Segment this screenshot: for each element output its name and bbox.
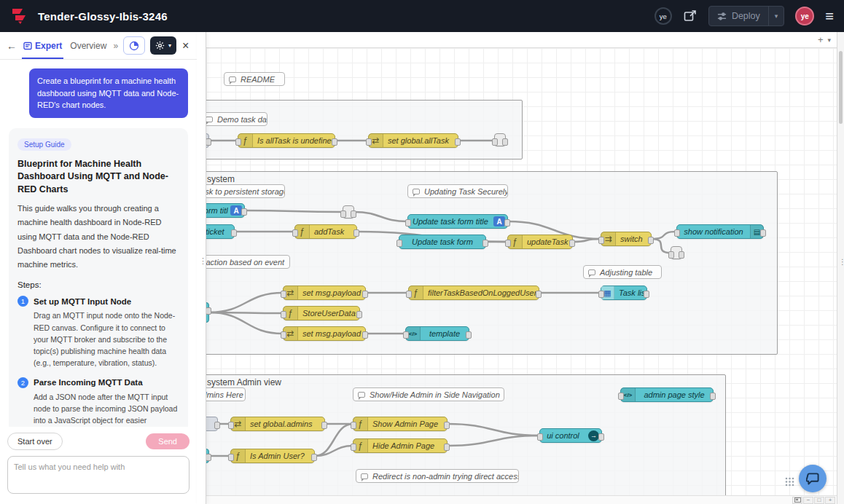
comment-icon [588, 269, 595, 275]
deploy-icon [717, 12, 727, 21]
comment-node[interactable]: Add Admins Here [206, 387, 246, 401]
node-label: Add ticket [206, 227, 234, 236]
node-label: addTask [310, 227, 348, 236]
function-node[interactable]: ƒIs allTask is undefined [238, 133, 335, 148]
more-tabs-icon[interactable]: » [113, 41, 118, 51]
settings-dropdown-button[interactable]: ▾ [150, 36, 176, 55]
ui-node[interactable]: Update task form titleA [407, 214, 508, 229]
function-node[interactable]: ƒupdateTask [507, 235, 573, 249]
stub-gray-node[interactable] [206, 133, 209, 148]
send-button[interactable]: Send [146, 433, 189, 449]
zoom-out-button[interactable]: − [803, 497, 813, 504]
node-label: admin page style [636, 390, 713, 399]
change-node[interactable]: ⇄set msg.payload [283, 286, 366, 300]
change-icon: ⇄ [369, 134, 383, 147]
assistant-footer: Start over Send [0, 427, 197, 504]
right-sidebar-splitter[interactable]: ⋮ [837, 32, 844, 504]
toast-icon: ▤ [750, 225, 763, 238]
table-icon: ▦ [601, 286, 614, 299]
stub-teal-node[interactable] [206, 302, 209, 323]
function-icon: ƒ [284, 307, 298, 320]
node-label: Take action based on event [206, 258, 284, 267]
comment-node[interactable]: Save task to persistent storage [206, 184, 285, 198]
stub-teal-node[interactable] [206, 449, 209, 463]
back-icon[interactable]: ← [7, 40, 17, 52]
code-icon: </> [406, 327, 421, 340]
ui-node[interactable]: show notification▤ [676, 224, 764, 239]
tab-expert[interactable]: Expert [22, 32, 63, 59]
node-label: Demo task data [217, 115, 267, 124]
deploy-label: Deploy [732, 11, 760, 21]
comment-node[interactable]: Updating Task Securely [407, 184, 508, 198]
ui-node[interactable]: Update task form [399, 235, 486, 249]
comment-node[interactable]: Adjusting table [583, 265, 662, 279]
splitter-handle-icon[interactable]: ⋮ [199, 256, 207, 266]
flow-group[interactable] [206, 100, 523, 160]
node-label: Add Admins Here [206, 390, 243, 399]
team-badge[interactable]: ye [655, 7, 672, 25]
guide-card: Setup Guide Blueprint for Machine Health… [9, 128, 188, 428]
function-node[interactable]: ƒHide Admin Page [353, 438, 448, 453]
deploy-button[interactable]: Deploy ▾ [708, 6, 784, 26]
comment-node[interactable]: Take action based on event [206, 255, 290, 269]
assistant-input[interactable] [7, 456, 189, 494]
comment-node[interactable]: README [224, 72, 285, 86]
ui-node[interactable]: </>admin page style [620, 387, 714, 402]
sidebar-handle-icon[interactable]: ⋮ [839, 258, 844, 266]
function-icon: ƒ [409, 286, 423, 299]
function-node[interactable]: ƒIs Admin User? [230, 449, 315, 463]
flow-list-chevron-icon[interactable]: ▾ [827, 36, 831, 44]
change-node[interactable]: ⇄set global.admins [230, 417, 325, 431]
start-over-button[interactable]: Start over [7, 433, 63, 450]
comment-node[interactable]: Redirect is non-admin trying direct acce… [356, 469, 519, 483]
add-flow-button[interactable]: + [818, 35, 824, 44]
link-node[interactable] [671, 246, 682, 259]
node-label: updateTask [523, 237, 572, 246]
change-node[interactable]: ⇄set global.allTask [368, 133, 458, 148]
function-node[interactable]: ƒfilterTaskBasedOnLoggedUser [408, 286, 539, 300]
link-node[interactable] [494, 133, 506, 146]
panel-resize-splitter[interactable]: ⋮ [197, 32, 206, 504]
pie-chart-button[interactable] [123, 36, 145, 55]
function-icon: ƒ [231, 449, 246, 462]
guide-steps-list: 1Set up MQTT Input NodeDrag an MQTT inpu… [17, 296, 179, 427]
node-label: ui control [540, 431, 586, 440]
drag-handle-dots-icon[interactable] [785, 476, 794, 489]
ui-node[interactable]: ▦Task list [601, 286, 647, 300]
ui-node[interactable]: Add ticket [206, 224, 235, 239]
function-node[interactable]: ƒShow Admin Page [353, 417, 448, 431]
user-avatar[interactable]: ye [795, 7, 814, 25]
deploy-chevron-icon[interactable]: ▾ [769, 12, 784, 20]
zoom-in-button[interactable]: + [825, 497, 835, 504]
guide-step: 1Set up MQTT Input NodeDrag an MQTT inpu… [17, 296, 179, 369]
node-label: set global.allTask [383, 136, 453, 145]
step-number: 2 [17, 377, 28, 388]
switch-icon: ⇉ [601, 232, 616, 245]
stub-gray-node[interactable] [206, 417, 218, 431]
ui-node[interactable]: Update task form titleA [206, 203, 245, 218]
hamburger-menu-icon[interactable]: ≡ [825, 9, 834, 23]
comment-node[interactable]: Demo task data [206, 112, 267, 126]
function-node[interactable]: ƒaddTask [294, 224, 357, 239]
function-node[interactable]: ƒStoreUserData [283, 306, 360, 320]
link-node[interactable] [343, 205, 354, 218]
minimap-toggle-button[interactable] [792, 497, 802, 504]
flow-workspace[interactable]: Task systemTask system Admin viewREADMED… [206, 48, 837, 495]
node-label: set msg.payload [298, 288, 365, 297]
change-node[interactable]: ⇄set msg.payload [283, 326, 366, 341]
canvas-scrollbar-thumb[interactable] [839, 51, 843, 124]
switch-node[interactable]: ⇉switch [601, 232, 652, 246]
function-icon: ƒ [353, 417, 368, 430]
comment-icon [229, 76, 236, 82]
comment-node[interactable]: Show/Hide Admin in Side Navigation [353, 387, 504, 401]
tab-overview[interactable]: Overview [69, 32, 108, 59]
assistant-fab-button[interactable] [799, 465, 827, 492]
ui-node[interactable]: ui control→ [539, 428, 602, 443]
zoom-reset-button[interactable]: □ [814, 497, 824, 504]
open-editor-icon[interactable] [683, 9, 698, 23]
guide-intro: This guide walks you through creating a … [17, 202, 179, 272]
flow-canvas[interactable]: + ▾ Task systemTask system Admin viewREA… [206, 32, 837, 504]
close-panel-icon[interactable]: × [182, 39, 189, 52]
text-icon: A [493, 216, 505, 227]
ui-node[interactable]: </>template [405, 326, 469, 341]
